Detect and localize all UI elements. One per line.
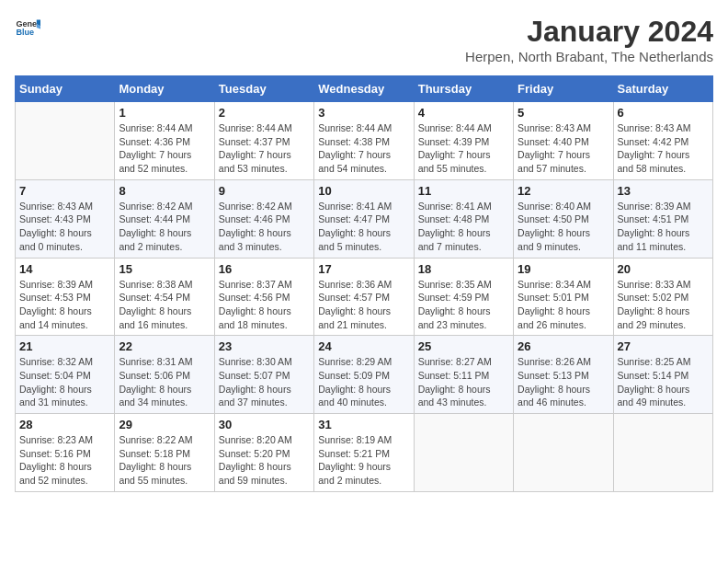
table-row: 28Sunrise: 8:23 AMSunset: 5:16 PMDayligh… [16,414,115,492]
day-number: 28 [19,418,110,431]
day-info: Sunrise: 8:37 AMSunset: 4:56 PMDaylight:… [219,278,310,332]
day-number: 13 [618,184,709,198]
day-info: Sunrise: 8:42 AMSunset: 4:46 PMDaylight:… [219,200,310,254]
calendar-week-row: 7Sunrise: 8:43 AMSunset: 4:43 PMDaylight… [16,179,713,258]
day-info: Sunrise: 8:43 AMSunset: 4:40 PMDaylight:… [518,121,609,176]
header-sunday: Sunday [16,76,115,102]
table-row: 6Sunrise: 8:43 AMSunset: 4:42 PMDaylight… [613,102,712,180]
day-number: 15 [119,262,210,276]
table-row: 31Sunrise: 8:19 AMSunset: 5:21 PMDayligh… [314,414,414,492]
header-wednesday: Wednesday [314,76,414,102]
day-number: 19 [518,262,609,276]
table-row: 7Sunrise: 8:43 AMSunset: 4:43 PMDaylight… [16,179,115,258]
calendar-week-row: 28Sunrise: 8:23 AMSunset: 5:16 PMDayligh… [16,414,713,492]
day-info: Sunrise: 8:38 AMSunset: 4:54 PMDaylight:… [119,278,210,332]
day-number: 10 [318,184,409,198]
table-row: 13Sunrise: 8:39 AMSunset: 4:51 PMDayligh… [613,179,712,258]
calendar-subtitle: Herpen, North Brabant, The Netherlands [465,49,713,64]
table-row: 4Sunrise: 8:44 AMSunset: 4:39 PMDaylight… [414,102,513,180]
table-row: 22Sunrise: 8:31 AMSunset: 5:06 PMDayligh… [115,336,214,414]
table-row: 26Sunrise: 8:26 AMSunset: 5:13 PMDayligh… [514,336,613,414]
day-number: 3 [318,106,409,120]
table-row: 16Sunrise: 8:37 AMSunset: 4:56 PMDayligh… [214,258,313,336]
days-header-row: Sunday Monday Tuesday Wednesday Thursday… [16,76,713,102]
day-number: 5 [518,106,609,120]
day-number: 31 [318,418,409,431]
day-number: 29 [119,418,210,431]
day-info: Sunrise: 8:35 AMSunset: 4:59 PMDaylight:… [418,278,509,332]
table-row: 27Sunrise: 8:25 AMSunset: 5:14 PMDayligh… [613,336,712,414]
day-number: 1 [119,106,210,120]
day-number: 7 [19,184,110,198]
day-info: Sunrise: 8:44 AMSunset: 4:37 PMDaylight:… [219,121,310,176]
header-friday: Friday [514,76,613,102]
day-number: 21 [19,339,110,353]
logo: General Blue [15,15,40,40]
table-row: 2Sunrise: 8:44 AMSunset: 4:37 PMDaylight… [214,102,313,180]
day-info: Sunrise: 8:29 AMSunset: 5:09 PMDaylight:… [318,355,409,409]
day-number: 24 [318,339,409,353]
table-row: 3Sunrise: 8:44 AMSunset: 4:38 PMDaylight… [314,102,414,180]
day-info: Sunrise: 8:43 AMSunset: 4:42 PMDaylight:… [618,121,709,176]
svg-text:Blue: Blue [16,28,34,37]
day-number: 6 [618,106,709,120]
day-info: Sunrise: 8:39 AMSunset: 4:53 PMDaylight:… [19,278,110,332]
day-number: 11 [418,184,509,198]
day-number: 2 [219,106,310,120]
day-info: Sunrise: 8:44 AMSunset: 4:39 PMDaylight:… [418,121,509,176]
day-info: Sunrise: 8:30 AMSunset: 5:07 PMDaylight:… [219,355,310,409]
day-number: 25 [418,339,509,353]
table-row [613,414,712,492]
table-row [414,414,513,492]
day-number: 23 [219,339,310,353]
day-info: Sunrise: 8:33 AMSunset: 5:02 PMDaylight:… [618,278,709,332]
table-row: 30Sunrise: 8:20 AMSunset: 5:20 PMDayligh… [214,414,313,492]
day-info: Sunrise: 8:44 AMSunset: 4:38 PMDaylight:… [318,121,409,176]
day-info: Sunrise: 8:19 AMSunset: 5:21 PMDaylight:… [318,433,409,488]
day-info: Sunrise: 8:34 AMSunset: 5:01 PMDaylight:… [518,278,609,332]
header-monday: Monday [115,76,214,102]
day-number: 14 [19,262,110,276]
day-info: Sunrise: 8:41 AMSunset: 4:47 PMDaylight:… [318,200,409,254]
day-info: Sunrise: 8:27 AMSunset: 5:11 PMDaylight:… [418,355,509,409]
table-row: 20Sunrise: 8:33 AMSunset: 5:02 PMDayligh… [613,258,712,336]
header-saturday: Saturday [613,76,712,102]
table-row: 10Sunrise: 8:41 AMSunset: 4:47 PMDayligh… [314,179,414,258]
table-row: 25Sunrise: 8:27 AMSunset: 5:11 PMDayligh… [414,336,513,414]
logo-icon: General Blue [15,15,40,40]
day-info: Sunrise: 8:20 AMSunset: 5:20 PMDaylight:… [219,433,310,488]
table-row [514,414,613,492]
day-info: Sunrise: 8:36 AMSunset: 4:57 PMDaylight:… [318,278,409,332]
day-info: Sunrise: 8:44 AMSunset: 4:36 PMDaylight:… [119,121,210,176]
calendar-table: Sunday Monday Tuesday Wednesday Thursday… [15,75,713,492]
day-number: 30 [219,418,310,431]
day-number: 22 [119,339,210,353]
table-row: 19Sunrise: 8:34 AMSunset: 5:01 PMDayligh… [514,258,613,336]
day-info: Sunrise: 8:22 AMSunset: 5:18 PMDaylight:… [119,433,210,488]
day-number: 8 [119,184,210,198]
table-row [16,102,115,180]
page-header: General Blue January 2024 Herpen, North … [15,15,713,64]
table-row: 29Sunrise: 8:22 AMSunset: 5:18 PMDayligh… [115,414,214,492]
day-number: 17 [318,262,409,276]
day-number: 20 [618,262,709,276]
day-info: Sunrise: 8:41 AMSunset: 4:48 PMDaylight:… [418,200,509,254]
table-row: 5Sunrise: 8:43 AMSunset: 4:40 PMDaylight… [514,102,613,180]
day-number: 16 [219,262,310,276]
day-number: 9 [219,184,310,198]
calendar-title: January 2024 [465,15,713,49]
table-row: 21Sunrise: 8:32 AMSunset: 5:04 PMDayligh… [16,336,115,414]
table-row: 14Sunrise: 8:39 AMSunset: 4:53 PMDayligh… [16,258,115,336]
day-info: Sunrise: 8:31 AMSunset: 5:06 PMDaylight:… [119,355,210,409]
day-number: 12 [518,184,609,198]
title-block: January 2024 Herpen, North Brabant, The … [465,15,713,64]
day-number: 27 [618,339,709,353]
table-row: 23Sunrise: 8:30 AMSunset: 5:07 PMDayligh… [214,336,313,414]
day-info: Sunrise: 8:40 AMSunset: 4:50 PMDaylight:… [518,200,609,254]
day-number: 4 [418,106,509,120]
header-thursday: Thursday [414,76,513,102]
table-row: 17Sunrise: 8:36 AMSunset: 4:57 PMDayligh… [314,258,414,336]
day-info: Sunrise: 8:39 AMSunset: 4:51 PMDaylight:… [618,200,709,254]
day-info: Sunrise: 8:23 AMSunset: 5:16 PMDaylight:… [19,433,110,488]
table-row: 11Sunrise: 8:41 AMSunset: 4:48 PMDayligh… [414,179,513,258]
